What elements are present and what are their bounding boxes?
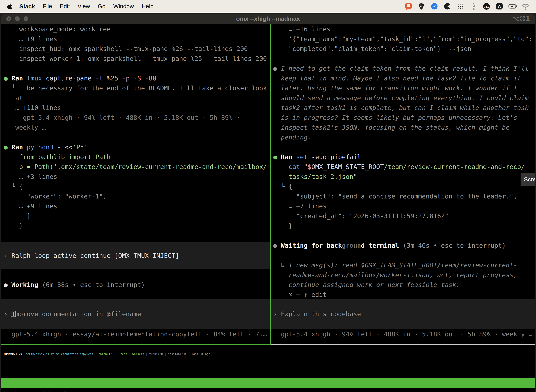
text-segment: ] [4, 212, 31, 219]
dots-grid-icon[interactable] [456, 2, 464, 10]
text-segment: pending. [273, 134, 311, 141]
squiggle-icon[interactable] [469, 2, 478, 10]
text-segment: (3m 46s • esc to interrupt) [399, 242, 506, 249]
badge-61-icon[interactable]: ..61 [482, 2, 491, 10]
text-segment: ● [273, 242, 281, 249]
text-segment: from pathlib import Path [4, 153, 111, 160]
text-segment [23, 144, 27, 151]
terminal-line: … +9 lines [4, 201, 270, 211]
text-segment: set [296, 153, 308, 160]
terminal-line: tasks/task-2.json" [273, 172, 535, 182]
zoom-button[interactable] [24, 16, 28, 21]
terminal-line: └ { [4, 182, 270, 191]
terminal-line: inspect_hud: omx sparkshell --tmux-pane … [4, 44, 270, 54]
menu-item-view[interactable]: View [77, 3, 90, 10]
menu-item-go[interactable]: Go [98, 3, 105, 10]
text-segment: ● [4, 281, 11, 288]
terminal-line: └ be necessary for the end of the README… [4, 83, 270, 93]
text-segment: [OMX#0.11.9] [4, 352, 24, 356]
tmux-session-label[interactable]: [omx-cczip0:bash* [3, 388, 67, 392]
terminal-line: } [4, 221, 270, 231]
text-segment: ralph:1/10 [98, 352, 115, 356]
terminal-line: [OMX#0.11.9] cczip/essay/ai-reimplementa… [4, 349, 535, 359]
pane-left[interactable]: workspace_mode: worktree … +9 lines insp… [1, 24, 270, 344]
text-segment: mprove documentation in @filename [15, 310, 141, 317]
text-segment: " [353, 173, 357, 180]
input-a-icon[interactable]: A [495, 2, 504, 10]
wifi-icon[interactable] [521, 2, 530, 10]
text-segment: | [115, 352, 120, 356]
close-button[interactable] [6, 16, 11, 21]
media-icon[interactable] [443, 2, 452, 10]
battery-icon[interactable] [508, 2, 517, 10]
text-segment: Ran [11, 75, 23, 82]
text-segment: … +3 lines [4, 173, 57, 180]
terminal-line: "completed","claim_token":"claim-token"}… [273, 44, 535, 54]
text-segment: gpt-5.4 xhigh · 94% left · 488K in · 5.1… [4, 114, 240, 121]
terminal-line: ] [4, 211, 270, 221]
menu-item-help[interactable]: Help [142, 3, 153, 10]
terminal-line: at [4, 93, 270, 103]
text-segment: later. Using the same for transition mig… [273, 84, 517, 92]
divider-green-segment [1, 344, 271, 345]
text-segment: inspect task2's JSON, focusing on the st… [273, 124, 510, 131]
text-segment: "completed","claim_token":"claim-token"}… [273, 45, 471, 52]
terminal-line: ● Working (6m 38s • esc to interrupt) [4, 280, 270, 290]
text-segment: ⌥ + ↑ edit [273, 291, 326, 298]
text-segment: └ be necessary for the end of the README… [4, 84, 267, 92]
title-bar[interactable]: omx --xhigh --madmax ⌥⌘1 [1, 14, 535, 24]
terminal-line: pending. [273, 132, 535, 142]
text-segment: /team/review-current-readme-and-reco/ [384, 163, 525, 170]
terminal-line [273, 250, 535, 260]
messenger-icon[interactable] [430, 2, 439, 10]
text-segment: -p [122, 75, 129, 82]
text-segment: … +9 lines [4, 202, 57, 210]
text-segment: d terminal [361, 242, 399, 249]
terminal-line: readme-and-reco/mailbox/worker-1.json, a… [273, 270, 535, 280]
pane-left-statusline: gpt-5.4 xhigh · essay/ai-reimplementatio… [1, 329, 270, 339]
terminal-line: "subject": "send a concise recommendatio… [273, 191, 535, 201]
prompt-input-right[interactable]: › Explain this codebase [271, 299, 535, 329]
chat-app-icon[interactable] [404, 2, 412, 10]
text-segment: Ran [281, 153, 292, 160]
pane-right[interactable]: … +16 lines '{"team_name":"my-team","tas… [271, 24, 535, 344]
app-menu-slack[interactable]: Slack [19, 3, 35, 10]
text-segment: readme-and-reco/mailbox/worker-1.json, a… [273, 271, 517, 279]
minimize-button[interactable] [15, 16, 20, 21]
text-segment [141, 75, 145, 82]
text-segment: › Explain this codebase [273, 310, 361, 317]
menu-item-window[interactable]: Window [113, 3, 134, 10]
terminal-line: └ { [273, 182, 535, 191]
terminal-line: cat "$OMX_TEAM_STATE_ROOT/team/review-cu… [273, 162, 535, 172]
input-a-text: A [498, 4, 501, 9]
terminal-line: "created_at": "2026-03-31T11:59:27.816Z" [273, 211, 535, 221]
divider-gray-segment [271, 344, 535, 345]
terminal-line: › Ralph loop active continue [OMX_TMUX_I… [4, 251, 270, 261]
text-segment: Waiting for back [281, 242, 342, 249]
text-segment: … +16 lines [273, 25, 330, 33]
text-segment: 'PY' [72, 144, 88, 151]
text-segment: ↳ 1 new msg(s): read $OMX_TEAM_STATE_ROO… [273, 261, 517, 269]
text-segment: " [300, 163, 308, 170]
terminal-line: ● Ran python3 - <<'PY' [4, 142, 270, 152]
menu-item-edit[interactable]: Edit [60, 3, 70, 10]
terminal-line: from pathlib import Path [4, 152, 270, 162]
text-segment: └ { [4, 183, 23, 190]
terminal-line [273, 231, 535, 241]
text-segment: is in progress? It seems likely but perh… [273, 114, 517, 121]
terminal-line [273, 54, 535, 64]
apple-menu-icon[interactable] [6, 3, 12, 10]
terminal-line: is in progress? It seems likely but perh… [273, 113, 535, 123]
text-segment: "created_at": "2026-03-31T11:59:27.816Z" [273, 212, 449, 219]
text-segment: └ { [273, 183, 292, 190]
text-segment: weekly … [4, 124, 46, 131]
shield-icon[interactable] [417, 2, 426, 10]
terminal-line: gpt-5.4 xhigh · 94% left · 488K in · 5.1… [273, 329, 535, 339]
text-segment: tmux [27, 75, 42, 82]
menu-item-file[interactable]: File [43, 3, 52, 10]
text-segment: "worker": "worker-1", [4, 193, 107, 200]
terminal-line: ● Waiting for background terminal (3m 46… [273, 241, 535, 250]
badge-61-text: ..61 [484, 5, 489, 9]
prompt-input-left[interactable]: › Improve documentation in @filename [1, 299, 270, 329]
text-segment: %25 [107, 75, 118, 82]
